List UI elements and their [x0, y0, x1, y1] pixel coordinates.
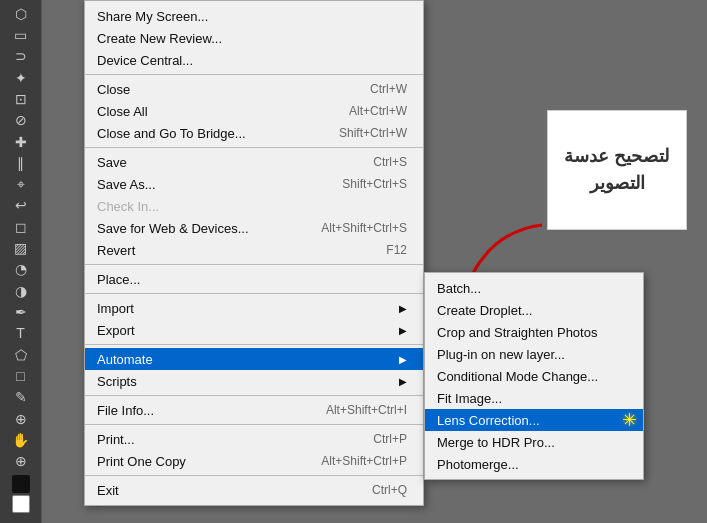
menu-item-check-in-label: Check In... [97, 199, 407, 214]
import-arrow-icon: ▶ [399, 303, 407, 314]
menu-item-print-one-label: Print One Copy [97, 454, 301, 469]
eraser-tool[interactable]: ◻ [7, 217, 35, 236]
submenu-item-conditional[interactable]: Conditional Mode Change... [425, 365, 643, 387]
menu-item-save-web-shortcut: Alt+Shift+Ctrl+S [321, 221, 407, 235]
menu-item-save-as-label: Save As... [97, 177, 322, 192]
foreground-color[interactable] [12, 475, 30, 493]
menu-item-close-all-shortcut: Alt+Ctrl+W [349, 104, 407, 118]
background-color[interactable] [12, 495, 30, 513]
submenu-item-batch-label: Batch... [437, 281, 481, 296]
submenu-item-create-droplet[interactable]: Create Droplet... [425, 299, 643, 321]
selection-tool[interactable]: ▭ [7, 25, 35, 44]
menu-item-save-label: Save [97, 155, 353, 170]
hand-tool[interactable]: ✋ [7, 430, 35, 449]
menu-item-export[interactable]: Export ▶ [85, 319, 423, 341]
healing-tool[interactable]: ✚ [7, 132, 35, 151]
automate-submenu: Batch... Create Droplet... Crop and Stra… [424, 272, 644, 480]
menu-item-close-label: Close [97, 82, 350, 97]
clone-tool[interactable]: ⌖ [7, 175, 35, 194]
menu-item-save-web[interactable]: Save for Web & Devices... Alt+Shift+Ctrl… [85, 217, 423, 239]
submenu-item-photomerge-label: Photomerge... [437, 457, 519, 472]
menu-item-place-label: Place... [97, 272, 407, 287]
menu-item-file-info[interactable]: File Info... Alt+Shift+Ctrl+I [85, 399, 423, 421]
menu-item-revert-shortcut: F12 [386, 243, 407, 257]
menu-item-revert[interactable]: Revert F12 [85, 239, 423, 261]
menu-item-print-one[interactable]: Print One Copy Alt+Shift+Ctrl+P [85, 450, 423, 472]
menu-item-scripts[interactable]: Scripts ▶ [85, 370, 423, 392]
menu-item-exit[interactable]: Exit Ctrl+Q [85, 479, 423, 501]
crop-tool[interactable]: ⊡ [7, 89, 35, 108]
menu-item-check-in: Check In... [85, 195, 423, 217]
menu-item-import-label: Import [97, 301, 391, 316]
menu-item-close-shortcut: Ctrl+W [370, 82, 407, 96]
menu-item-import[interactable]: Import ▶ [85, 297, 423, 319]
gradient-tool[interactable]: ▨ [7, 238, 35, 257]
separator-5 [85, 344, 423, 345]
submenu-item-merge-hdr-label: Merge to HDR Pro... [437, 435, 555, 450]
separator-7 [85, 424, 423, 425]
menu-item-export-label: Export [97, 323, 391, 338]
submenu-item-crop-straighten-label: Crop and Straighten Photos [437, 325, 597, 340]
submenu-item-fit-image[interactable]: Fit Image... [425, 387, 643, 409]
menu-item-print-shortcut: Ctrl+P [373, 432, 407, 446]
path-tool[interactable]: ⬠ [7, 345, 35, 364]
menu-item-print-one-shortcut: Alt+Shift+Ctrl+P [321, 454, 407, 468]
scripts-arrow-icon: ▶ [399, 376, 407, 387]
separator-8 [85, 475, 423, 476]
separator-2 [85, 147, 423, 148]
menu-item-share-label: Share My Screen... [97, 9, 407, 24]
menu-item-save[interactable]: Save Ctrl+S [85, 151, 423, 173]
submenu-item-photomerge[interactable]: Photomerge... [425, 453, 643, 475]
eyedropper-tool[interactable]: ⊘ [7, 111, 35, 130]
menu-item-create-review[interactable]: Create New Review... [85, 27, 423, 49]
menu-item-share[interactable]: Share My Screen... [85, 5, 423, 27]
history-tool[interactable]: ↩ [7, 196, 35, 215]
submenu-item-batch[interactable]: Batch... [425, 277, 643, 299]
type-tool[interactable]: T [7, 324, 35, 343]
menu-item-place[interactable]: Place... [85, 268, 423, 290]
submenu-item-lens-correction[interactable]: Lens Correction... ✳ [425, 409, 643, 431]
menu-item-save-as[interactable]: Save As... Shift+Ctrl+S [85, 173, 423, 195]
separator-6 [85, 395, 423, 396]
menu-item-save-web-label: Save for Web & Devices... [97, 221, 301, 236]
menu-item-automate-label: Automate [97, 352, 391, 367]
menu-item-close-all-label: Close All [97, 104, 329, 119]
submenu-item-lens-correction-label: Lens Correction... [437, 413, 540, 428]
submenu-item-fit-image-label: Fit Image... [437, 391, 502, 406]
menu-item-save-shortcut: Ctrl+S [373, 155, 407, 169]
main-menu: Share My Screen... Create New Review... … [84, 0, 424, 506]
menu-item-exit-label: Exit [97, 483, 352, 498]
submenu-item-merge-hdr[interactable]: Merge to HDR Pro... [425, 431, 643, 453]
menu-item-close-bridge[interactable]: Close and Go To Bridge... Shift+Ctrl+W [85, 122, 423, 144]
menu-item-device-central[interactable]: Device Central... [85, 49, 423, 71]
move-tool[interactable]: ⬡ [7, 4, 35, 23]
menu-item-close-all[interactable]: Close All Alt+Ctrl+W [85, 100, 423, 122]
submenu-item-plugin-layer[interactable]: Plug-in on new layer... [425, 343, 643, 365]
magic-wand-tool[interactable]: ✦ [7, 68, 35, 87]
menu-item-device-central-label: Device Central... [97, 53, 407, 68]
popup-text: لتصحيح عدسة التصوير [558, 143, 676, 197]
brush-tool[interactable]: ∥ [7, 153, 35, 172]
blur-tool[interactable]: ◔ [7, 260, 35, 279]
lasso-tool[interactable]: ⊃ [7, 47, 35, 66]
menu-item-print[interactable]: Print... Ctrl+P [85, 428, 423, 450]
submenu-item-conditional-label: Conditional Mode Change... [437, 369, 598, 384]
menu-item-close-bridge-label: Close and Go To Bridge... [97, 126, 319, 141]
submenu-item-create-droplet-label: Create Droplet... [437, 303, 532, 318]
zoom-tool[interactable]: ⊕ [7, 452, 35, 471]
menu-item-close[interactable]: Close Ctrl+W [85, 78, 423, 100]
cursor-star-icon: ✳ [622, 409, 637, 431]
submenu-item-crop-straighten[interactable]: Crop and Straighten Photos [425, 321, 643, 343]
notes-tool[interactable]: ✎ [7, 388, 35, 407]
menu-item-save-as-shortcut: Shift+Ctrl+S [342, 177, 407, 191]
separator-1 [85, 74, 423, 75]
eyedropper2-tool[interactable]: ⊕ [7, 409, 35, 428]
menu-item-close-bridge-shortcut: Shift+Ctrl+W [339, 126, 407, 140]
pen-tool[interactable]: ✒ [7, 302, 35, 321]
menu-item-automate[interactable]: Automate ▶ [85, 348, 423, 370]
separator-3 [85, 264, 423, 265]
menu-item-file-info-shortcut: Alt+Shift+Ctrl+I [326, 403, 407, 417]
dodge-tool[interactable]: ◑ [7, 281, 35, 300]
export-arrow-icon: ▶ [399, 325, 407, 336]
shape-tool[interactable]: □ [7, 366, 35, 385]
